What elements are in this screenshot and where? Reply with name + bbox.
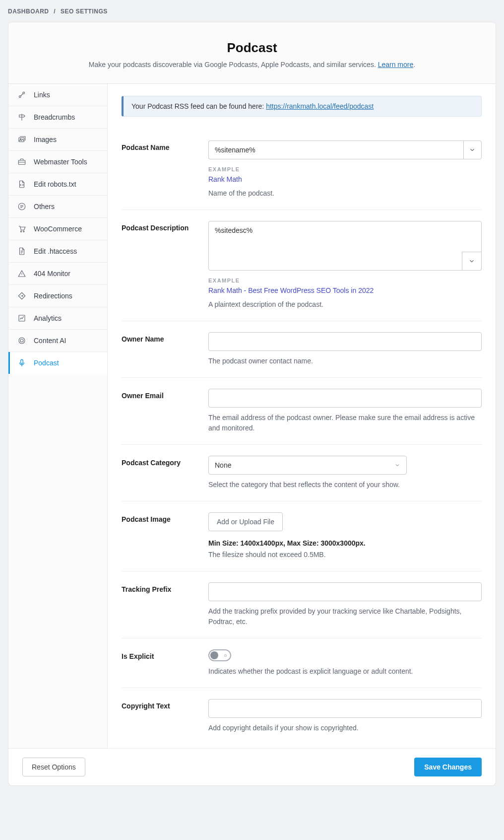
sidebar-item-links[interactable]: Links xyxy=(8,84,107,106)
sidebar-item-analytics[interactable]: Analytics xyxy=(8,307,107,330)
breadcrumb-current: SEO SETTINGS xyxy=(61,8,108,15)
sidebar-item-breadcrumbs[interactable]: Breadcrumbs xyxy=(8,106,107,129)
helper-podcast-description: A plaintext description of the podcast. xyxy=(208,299,482,310)
image-constraint: Min Size: 1400x1400px, Max Size: 3000x30… xyxy=(208,538,482,549)
sidebar: Links Breadcrumbs Images Webmaster Tools… xyxy=(8,84,108,748)
svg-point-9 xyxy=(20,339,23,342)
subtitle-suffix: . xyxy=(413,61,415,69)
breadcrumb-dashboard-link[interactable]: DASHBOARD xyxy=(8,8,49,15)
sidebar-item-label: Podcast xyxy=(34,359,59,367)
owner-email-input[interactable] xyxy=(208,389,482,408)
toolbox-icon xyxy=(17,157,27,167)
ai-icon xyxy=(17,336,27,346)
row-tracking-prefix: Tracking Prefix Add the tracking prefix … xyxy=(122,571,482,638)
svg-rect-11 xyxy=(21,359,23,363)
list-icon xyxy=(17,202,27,211)
podcast-description-variables-button[interactable] xyxy=(462,252,482,271)
row-copyright: Copyright Text Add copyright details if … xyxy=(122,688,482,744)
sidebar-item-label: Images xyxy=(34,136,57,143)
label-podcast-description: Podcast Description xyxy=(122,221,208,232)
helper-is-explicit: Indicates whether the podcast is explici… xyxy=(208,666,482,677)
row-podcast-category: Podcast Category None Select the categor… xyxy=(122,445,482,501)
redirect-icon xyxy=(17,291,27,301)
breadcrumb: DASHBOARD / SEO SETTINGS xyxy=(8,8,496,15)
card-header: Podcast Make your podcasts discoverable … xyxy=(8,22,496,84)
svg-point-3 xyxy=(20,139,21,140)
sidebar-item-htaccess[interactable]: Edit .htaccess xyxy=(8,240,107,263)
sidebar-item-label: 404 Monitor xyxy=(34,270,70,278)
row-podcast-image: Podcast Image Add or Upload File Min Siz… xyxy=(122,501,482,571)
example-label: EXAMPLE xyxy=(208,166,482,172)
sidebar-item-robots[interactable]: Edit robots.txt xyxy=(8,173,107,196)
label-owner-name: Owner Name xyxy=(122,332,208,343)
page-subtitle: Make your podcasts discoverable via Goog… xyxy=(20,61,484,69)
sidebar-item-label: Others xyxy=(34,203,55,210)
is-explicit-toggle[interactable] xyxy=(208,649,231,661)
learn-more-link[interactable]: Learn more xyxy=(378,61,414,69)
toggle-knob xyxy=(210,651,218,659)
podcast-category-select[interactable]: None xyxy=(208,456,407,475)
helper-podcast-name: Name of the podcast. xyxy=(208,188,482,199)
svg-point-6 xyxy=(20,231,21,232)
microphone-icon xyxy=(17,358,27,368)
row-owner-name: Owner Name The podcast owner contact nam… xyxy=(122,321,482,378)
example-podcast-name: Rank Math xyxy=(208,175,482,183)
sidebar-item-redirections[interactable]: Redirections xyxy=(8,285,107,307)
helper-tracking-prefix: Add the tracking prefix provided by your… xyxy=(208,606,482,627)
svg-point-10 xyxy=(19,338,25,344)
sidebar-item-podcast[interactable]: Podcast xyxy=(8,352,107,374)
notice-text: Your Podcast RSS feed can be found here: xyxy=(131,102,266,110)
helper-owner-name: The podcast owner contact name. xyxy=(208,356,482,366)
reset-button[interactable]: Reset Options xyxy=(22,758,85,776)
page-title: Podcast xyxy=(20,40,484,56)
sidebar-item-webmaster[interactable]: Webmaster Tools xyxy=(8,151,107,173)
warning-icon xyxy=(17,269,27,279)
sidebar-item-label: WooCommerce xyxy=(34,225,82,233)
helper-copyright: Add copyright details if your show is co… xyxy=(208,723,482,733)
rss-feed-notice: Your Podcast RSS feed can be found here:… xyxy=(122,96,482,117)
rss-feed-link[interactable]: https://rankmath.local/feed/podcast xyxy=(266,102,374,110)
row-podcast-name: Podcast Name EXAMPLE Rank Math Name of t… xyxy=(122,130,482,210)
save-button[interactable]: Save Changes xyxy=(414,758,482,776)
label-owner-email: Owner Email xyxy=(122,389,208,400)
helper-podcast-category: Select the category that best reflects t… xyxy=(208,480,482,490)
file-code-icon xyxy=(17,179,27,189)
label-podcast-name: Podcast Name xyxy=(122,140,208,151)
podcast-name-variables-button[interactable] xyxy=(463,140,482,159)
sidebar-item-label: Content AI xyxy=(34,337,66,345)
label-tracking-prefix: Tracking Prefix xyxy=(122,582,208,593)
sidebar-item-label: Edit .htaccess xyxy=(34,247,77,255)
add-upload-button[interactable]: Add or Upload File xyxy=(208,512,283,531)
sidebar-item-images[interactable]: Images xyxy=(8,129,107,151)
links-icon xyxy=(17,90,27,100)
sidebar-item-404[interactable]: 404 Monitor xyxy=(8,263,107,285)
podcast-description-input[interactable]: %sitedesc% xyxy=(208,221,482,271)
podcast-name-input[interactable] xyxy=(208,140,463,159)
sidebar-item-label: Edit robots.txt xyxy=(34,180,76,188)
file-edit-icon xyxy=(17,246,27,256)
helper-owner-email: The email address of the podcast owner. … xyxy=(208,413,482,433)
sidebar-item-woocommerce[interactable]: WooCommerce xyxy=(8,218,107,240)
tracking-prefix-input[interactable] xyxy=(208,582,482,601)
row-is-explicit: Is Explicit Indicates whether the podcas… xyxy=(122,638,482,688)
card-footer: Reset Options Save Changes xyxy=(8,748,496,785)
cart-icon xyxy=(17,224,27,234)
row-podcast-description: Podcast Description %sitedesc% EXAMPLE R… xyxy=(122,210,482,321)
sidebar-item-label: Webmaster Tools xyxy=(34,158,87,166)
label-podcast-category: Podcast Category xyxy=(122,456,208,467)
sidebar-item-others[interactable]: Others xyxy=(8,196,107,218)
sidebar-item-contentai[interactable]: Content AI xyxy=(8,330,107,352)
helper-podcast-image: The filesize should not exceed 0.5MB. xyxy=(208,550,482,560)
example-label: EXAMPLE xyxy=(208,278,482,283)
signpost-icon xyxy=(17,112,27,122)
owner-name-input[interactable] xyxy=(208,332,482,351)
subtitle-text: Make your podcasts discoverable via Goog… xyxy=(89,61,378,69)
sidebar-item-label: Breadcrumbs xyxy=(34,113,75,121)
svg-point-1 xyxy=(23,92,25,94)
label-podcast-image: Podcast Image xyxy=(122,512,208,523)
sidebar-item-label: Analytics xyxy=(34,314,62,322)
settings-card: Podcast Make your podcasts discoverable … xyxy=(8,22,496,786)
label-copyright: Copyright Text xyxy=(122,699,208,710)
copyright-input[interactable] xyxy=(208,699,482,718)
toggle-dot xyxy=(224,654,227,657)
